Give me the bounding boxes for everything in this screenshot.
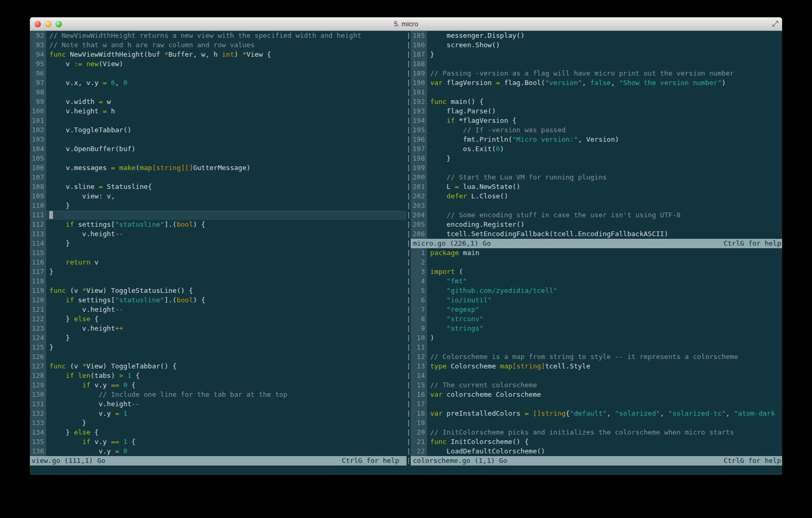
titlebar[interactable]: 5. micro ⤢ xyxy=(30,17,782,31)
code-line[interactable]: |4 "fmt" xyxy=(407,277,782,286)
code-line[interactable]: |199 xyxy=(407,163,782,173)
pane-colorscheme-go[interactable]: |1package main|2|3import (|4 "fmt"|5 "gi… xyxy=(407,248,782,456)
code-line[interactable]: 112 if settings["statusline"].(bool) { xyxy=(30,220,407,229)
code-line[interactable]: |202 defer L.Close() xyxy=(407,192,782,201)
minimize-button[interactable] xyxy=(45,21,51,27)
pane-view-go[interactable]: 92// NewViewWidthHeight returns a new vi… xyxy=(30,31,407,456)
code-line[interactable]: 99 v.width = w xyxy=(30,97,407,107)
code-line[interactable]: |10) xyxy=(407,333,782,343)
code-line[interactable]: 111 xyxy=(30,210,407,220)
code-line[interactable]: |193 flag.Parse() xyxy=(407,107,782,116)
code-line[interactable]: |9 "strings" xyxy=(407,324,782,333)
code-line[interactable]: 97 v.x, v.y = 0, 0 xyxy=(30,78,407,88)
code-line[interactable]: |22 LoadDefaultColorscheme() xyxy=(407,447,782,456)
code-line[interactable]: 123 v.height++ xyxy=(30,324,407,333)
code-line[interactable]: 96 xyxy=(30,69,407,78)
zoom-button[interactable] xyxy=(56,21,62,27)
code-line[interactable]: 114 } xyxy=(30,239,407,248)
code-line[interactable]: 135 if v.y == 1 { xyxy=(30,437,407,447)
code-line[interactable]: |14 xyxy=(407,371,782,380)
code-line[interactable]: 92// NewViewWidthHeight returns a new vi… xyxy=(30,31,407,40)
code-line[interactable]: |196 fmt.Println("Micro version:", Versi… xyxy=(407,135,782,144)
code-line[interactable]: 107 xyxy=(30,173,407,182)
code-line[interactable]: 113 v.height-- xyxy=(30,229,407,239)
code-line[interactable]: |3import ( xyxy=(407,267,782,277)
code-line[interactable]: 127func (v *View) ToggleTabbar() { xyxy=(30,362,407,371)
code-line[interactable]: |21func InitColorscheme() { xyxy=(407,437,782,447)
code-line[interactable]: 98 xyxy=(30,88,407,97)
code-line[interactable]: 128 if len(tabs) > 1 { xyxy=(30,371,407,380)
code-line[interactable]: 95 v := new(View) xyxy=(30,59,407,69)
code-line[interactable]: |20// InitColorscheme picks and initiali… xyxy=(407,428,782,437)
code-line[interactable]: 93// Note that w and h are raw column an… xyxy=(30,40,407,50)
code-line[interactable]: |192func main() { xyxy=(407,97,782,107)
code-line[interactable]: 125} xyxy=(30,343,407,352)
code-line[interactable]: 126 xyxy=(30,352,407,362)
code-line[interactable]: |187} xyxy=(407,50,782,59)
code-line[interactable]: |191 xyxy=(407,88,782,97)
code-line[interactable]: 134 } else { xyxy=(30,428,407,437)
code-line[interactable]: |17 xyxy=(407,399,782,409)
code-line[interactable]: |197 os.Exit(0) xyxy=(407,144,782,154)
code-line[interactable]: 121 v.height-- xyxy=(30,305,407,314)
code-line[interactable]: 120 if settings["statusline"].(bool) { xyxy=(30,295,407,305)
code-line[interactable]: 132 v.y = 1 xyxy=(30,409,407,418)
code-line[interactable]: |185 messenger.Display() xyxy=(407,31,782,40)
code-line[interactable]: |16var colorscheme Colorscheme xyxy=(407,390,782,399)
code-line[interactable]: 133 } xyxy=(30,418,407,428)
code-line[interactable]: 100 v.height = h xyxy=(30,107,407,116)
code-line[interactable]: |13type Colorscheme map[string]tcell.Sty… xyxy=(407,362,782,371)
code-line[interactable]: |204 // Some encoding stuff in case the … xyxy=(407,210,782,220)
code-line[interactable]: |188 xyxy=(407,59,782,69)
code-line[interactable]: |6 "io/ioutil" xyxy=(407,295,782,305)
code-line[interactable]: 105 xyxy=(30,154,407,163)
code-line[interactable]: 116 return v xyxy=(30,258,407,267)
code-line[interactable]: 101 xyxy=(30,116,407,125)
code-line[interactable]: |200 // Start the Lua VM for running plu… xyxy=(407,173,782,182)
code-line[interactable]: 122 } else { xyxy=(30,314,407,324)
code-line[interactable]: 102 v.ToggleTabbar() xyxy=(30,125,407,135)
code-line[interactable]: |1package main xyxy=(407,248,782,258)
code-line[interactable]: 130 // Include one line for the tab bar … xyxy=(30,390,407,399)
code-line[interactable]: |2 xyxy=(407,258,782,267)
command-line[interactable] xyxy=(30,466,782,474)
code-line[interactable]: |190var flagVersion = flag.Bool("version… xyxy=(407,78,782,88)
code-line[interactable]: |186 screen.Show() xyxy=(407,40,782,50)
pane-micro-go[interactable]: |185 messenger.Display()|186 screen.Show… xyxy=(407,31,782,239)
code-line[interactable]: |11 xyxy=(407,343,782,352)
code-line[interactable]: |18var preInstalledColors = []string{"de… xyxy=(407,409,782,418)
line-number: 100 xyxy=(30,107,46,116)
code-line[interactable]: 115 xyxy=(30,248,407,258)
code-line[interactable]: |8 "strconv" xyxy=(407,314,782,324)
code-line[interactable]: 94func NewViewWidthHeight(buf *Buffer, w… xyxy=(30,50,407,59)
code-line[interactable]: |15// The current colorscheme xyxy=(407,380,782,390)
code-line[interactable]: |205 encoding.Register() xyxy=(407,220,782,229)
close-button[interactable] xyxy=(35,21,41,27)
code-line[interactable]: |189// Passing -version as a flag will h… xyxy=(407,69,782,78)
code-line[interactable]: |12// Colorscheme is a map from string t… xyxy=(407,352,782,362)
fullscreen-icon[interactable]: ⤢ xyxy=(772,19,778,28)
line-number: 106 xyxy=(30,163,46,173)
code-line[interactable]: 103 xyxy=(30,135,407,144)
code-line[interactable]: 109 view: v, xyxy=(30,192,407,201)
code-line[interactable]: 131 v.height-- xyxy=(30,399,407,409)
code-line[interactable]: |7 "regexp" xyxy=(407,305,782,314)
code-line[interactable]: |201 L = lua.NewState() xyxy=(407,182,782,192)
code-line[interactable]: |195 // If -version was passed xyxy=(407,125,782,135)
code-line[interactable]: 119func (v *View) ToggleStatusLine() { xyxy=(30,286,407,295)
code-line[interactable]: |19 xyxy=(407,418,782,428)
code-line[interactable]: 124 } xyxy=(30,333,407,343)
code-line[interactable]: |194 if *flagVersion { xyxy=(407,116,782,125)
code-line[interactable]: 108 v.sline = Statusline{ xyxy=(30,182,407,192)
code-line[interactable]: |203 xyxy=(407,201,782,210)
code-line[interactable]: 104 v.OpenBuffer(buf) xyxy=(30,144,407,154)
code-line[interactable]: 118 xyxy=(30,277,407,286)
code-line[interactable]: 106 v.messages = make(map[string][]Gutte… xyxy=(30,163,407,173)
code-line[interactable]: 129 if v.y == 0 { xyxy=(30,380,407,390)
code-line[interactable]: 117} xyxy=(30,267,407,277)
code-line[interactable]: |198 } xyxy=(407,154,782,163)
code-line[interactable]: |5 "github.com/zyedidia/tcell" xyxy=(407,286,782,295)
code-line[interactable]: |206 tcell.SetEncodingFallback(tcell.Enc… xyxy=(407,229,782,239)
code-line[interactable]: 110 } xyxy=(30,201,407,210)
code-line[interactable]: 136 v.y = 0 xyxy=(30,447,407,456)
